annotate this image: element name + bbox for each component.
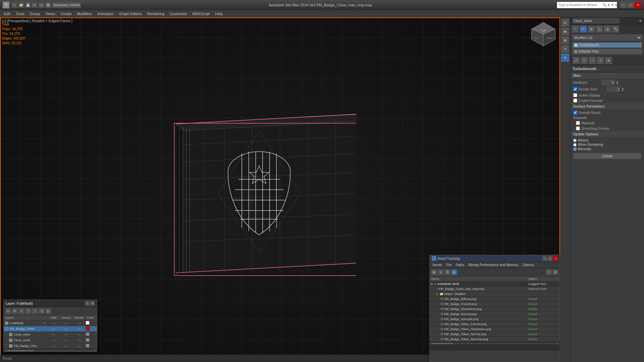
asset-rows-container[interactable]: ▷ ● Autodesk Vault Logged Out... 3 FBI_B… [430, 282, 560, 342]
search-box[interactable]: 🔍 ★ ▼ ⚙ ? [557, 2, 617, 8]
render-iters-input[interactable] [607, 86, 620, 92]
asset-menu-file[interactable]: File [445, 262, 453, 267]
layers-close-btn[interactable]: ✕ [90, 301, 95, 306]
asset-scroll-track[interactable] [432, 343, 557, 344]
asset-menu-bitmap[interactable]: Bitmap Performance and Memory [467, 262, 520, 267]
asset-tool2[interactable]: ≡ [438, 269, 444, 275]
asset-row-fresnel[interactable]: 🖼 FBI_Badge_Fresnel.png Found [430, 302, 560, 307]
asset-menu-paths[interactable]: Paths [454, 262, 466, 267]
asset-help[interactable]: ? [546, 269, 552, 275]
layer-add-btn[interactable]: + [18, 308, 24, 314]
materials-checkbox[interactable] [576, 121, 580, 125]
menu-views[interactable]: Views [43, 11, 58, 16]
iter-up[interactable]: ▲ [616, 80, 619, 82]
when-rendering-radio[interactable] [573, 143, 577, 146]
undo-btn[interactable]: ↩ [32, 2, 38, 8]
asset-row-vault[interactable]: ▷ ● Autodesk Vault Logged Out... [430, 282, 560, 287]
asset-scroll-thumb[interactable] [432, 343, 452, 344]
scroll-left-btn[interactable]: ◀ [4, 349, 6, 352]
viewport[interactable]: [+] [Perspective] [ Shaded + Edged Faces… [0, 17, 560, 362]
menu-modifiers[interactable]: Modifiers [74, 11, 95, 16]
menu-rendering[interactable]: Rendering [145, 11, 167, 16]
renditer-down[interactable]: ▼ [622, 89, 624, 92]
maximize-btn[interactable]: □ [627, 2, 634, 8]
menu-create[interactable]: Create [58, 11, 74, 16]
asset-settings[interactable]: ⚙ [552, 269, 558, 275]
right-icon3[interactable]: ■ [561, 36, 569, 44]
tab-display[interactable]: ◎ [604, 25, 611, 33]
right-icon1[interactable]: ⚙ [561, 19, 569, 27]
close-btn[interactable]: ✕ [635, 2, 641, 8]
redo-btn[interactable]: ↪ [38, 2, 44, 8]
tab-motion[interactable]: ▷ [596, 25, 603, 33]
asset-tool3[interactable]: ☰ [444, 269, 450, 275]
modifier-list-select[interactable]: Modifier List [573, 35, 642, 41]
bookmark-icon[interactable]: ★ [607, 3, 610, 7]
isoline-checkbox[interactable] [573, 93, 577, 97]
scroll-right-btn[interactable]: ▶ [94, 349, 96, 352]
token-name-input[interactable] [573, 18, 620, 23]
layer-settings4-btn[interactable]: ▷ [45, 308, 51, 314]
layer-icon-btn[interactable]: ≡ [5, 308, 11, 314]
layers-scroll-thumb[interactable] [7, 350, 34, 351]
layers-scroll-track[interactable] [7, 350, 94, 351]
asset-tool1[interactable]: ⊞ [431, 269, 437, 275]
smooth-result-checkbox[interactable] [573, 111, 577, 115]
render-thumb-btn[interactable]: 🖼 [45, 2, 51, 8]
menu-help[interactable]: Help [213, 11, 226, 16]
new-btn[interactable]: □ [11, 2, 17, 8]
manually-radio[interactable] [573, 147, 577, 151]
asset-close-btn[interactable]: ✕ [553, 256, 558, 261]
asset-scroll-right[interactable]: ▶ [557, 342, 559, 345]
arrow-icon[interactable]: ▼ [611, 3, 614, 7]
layer-row-fbi-clos[interactable]: FBI_Badge_Clos --- --- --- [4, 343, 97, 349]
smoothing-groups-checkbox[interactable] [576, 126, 580, 130]
layer-settings2-btn[interactable]: ↓ [32, 308, 38, 314]
asset-row-token-gloss[interactable]: 🖼 FBI_Badge_Token_Glossiness.png Found [430, 327, 560, 332]
layer-row-fbi[interactable]: FBI_Badge_Close --- --- --- [4, 326, 97, 332]
asset-menu-options[interactable]: Options [521, 262, 535, 267]
token-dropdown-arrow[interactable]: ▼ [639, 19, 642, 23]
asset-row-token-specular[interactable]: 🖼 FBI_Badge_Token_Specular.png Found [430, 337, 560, 342]
right-icon5[interactable]: ★ [561, 54, 569, 62]
layers-scrollbar[interactable]: ◀ ▶ [4, 349, 97, 352]
asset-row-specular[interactable]: 🖼 FBI_Badge_Specular.png Found [430, 317, 560, 322]
asset-row-glossiness[interactable]: 🖼 FBI_Badge_Glossiness.png Found [430, 307, 560, 312]
minimize-btn[interactable]: ─ [620, 2, 627, 8]
right-icon4[interactable]: ● [561, 45, 569, 53]
stack-btn4[interactable]: ✕ [597, 57, 604, 64]
save-btn[interactable]: 💾 [25, 2, 31, 8]
asset-restore-btn[interactable]: □ [548, 256, 552, 261]
layers-help-btn[interactable]: ? [85, 301, 90, 306]
tab-modify[interactable]: ✏ [580, 25, 587, 33]
modifier-turbosmooth[interactable]: TurboSmooth [573, 42, 642, 48]
menu-tools[interactable]: Tools [13, 11, 27, 16]
search-icon[interactable]: 🔍 [602, 3, 606, 7]
search-input[interactable] [558, 3, 601, 7]
asset-row-max[interactable]: 3 FBI_Badge_Close_max_vray.max Network P… [430, 287, 560, 292]
asset-row-token-fresnel[interactable]: 🖼 FBI_Badge_Token_Fresnel.png Found [430, 322, 560, 327]
update-button[interactable]: Update [573, 153, 641, 159]
tab-hierarchy[interactable]: ⊞ [588, 25, 595, 33]
asset-row-diffuse[interactable]: 🖼 FBI_Badge_Diffuse.png Found [430, 297, 560, 302]
menu-customize[interactable]: Customize [167, 11, 190, 16]
pin-btn[interactable]: 📌 [573, 57, 580, 64]
layer-delete-btn[interactable]: ✕ [12, 308, 18, 314]
layer-settings3-btn[interactable]: ◁ [39, 308, 45, 314]
asset-minimize-btn[interactable]: ─ [542, 256, 547, 261]
right-icon2[interactable]: ▶ [561, 27, 569, 36]
open-btn[interactable]: 📂 [18, 2, 24, 8]
layer-row-close-cover[interactable]: Close_cover --- --- --- [4, 338, 97, 343]
asset-scrollbar[interactable]: ◀ ▶ [430, 342, 560, 345]
asset-search-bar[interactable] [430, 345, 560, 351]
settings-icon[interactable]: ⚙ [615, 3, 618, 7]
asset-menu-server[interactable]: Server [431, 262, 443, 267]
menu-edit[interactable]: Edit [1, 11, 13, 16]
iter-down[interactable]: ▼ [616, 82, 619, 85]
always-row[interactable]: Always [573, 138, 641, 142]
menu-animation[interactable]: Animation [95, 11, 116, 16]
workspace-dropdown[interactable]: Workspace: Default [52, 2, 81, 8]
layer-settings1-btn[interactable]: ↑ [25, 308, 31, 314]
asset-row-token-normal[interactable]: 🖼 FBI_Badge_Token_Normal.png Found [430, 332, 560, 337]
menu-graph-editors[interactable]: Graph Editors [116, 11, 145, 16]
